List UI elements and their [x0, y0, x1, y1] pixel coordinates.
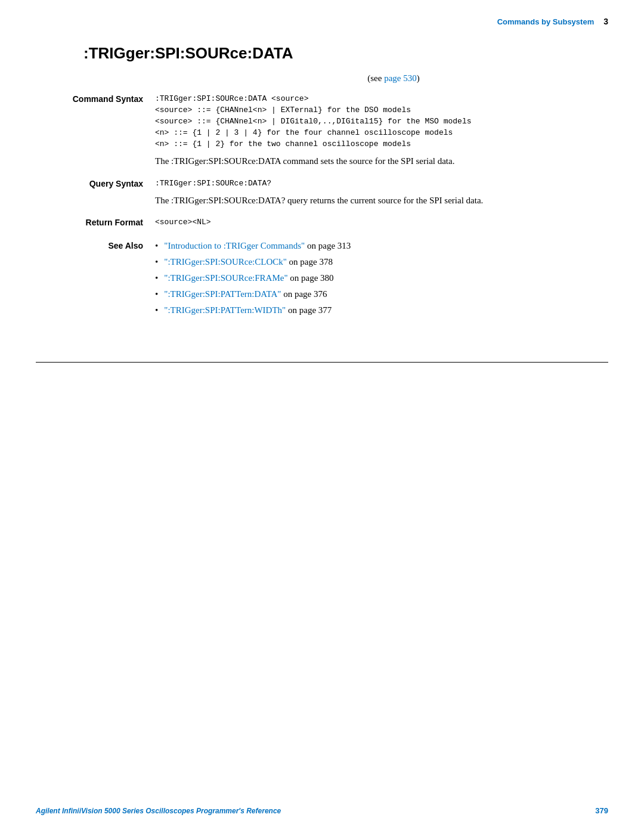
list-item: • ":TRIGger:SPI:SOURce:CLOCk" on page 37… — [155, 256, 351, 268]
bullet-icon: • — [155, 304, 158, 317]
see-also-list: • "Introduction to :TRIGger Commands" on… — [155, 240, 351, 317]
page-footer: Agilent InfiniiVision 5000 Series Oscill… — [0, 806, 644, 815]
see-also-suffix-4: on page 376 — [281, 289, 327, 299]
list-item: • ":TRIGger:SPI:PATTern:DATA" on page 37… — [155, 288, 351, 301]
list-item: • "Introduction to :TRIGger Commands" on… — [155, 240, 351, 252]
bullet-icon: • — [155, 256, 158, 268]
header-page-num: 3 — [603, 17, 608, 26]
see-also-content: • "Introduction to :TRIGger Commands" on… — [155, 240, 351, 320]
footer-divider — [36, 362, 608, 363]
list-item: • ":TRIGger:SPI:PATTern:WIDTh" on page 3… — [155, 304, 351, 317]
query-syntax-description: The :TRIGger:SPI:SOURce:DATA? query retu… — [155, 194, 608, 208]
query-syntax-content: :TRIGger:SPI:SOURce:DATA? The :TRIGger:S… — [155, 179, 608, 208]
footer-page-number: 379 — [595, 806, 608, 815]
see-also-suffix-1: on page 313 — [305, 241, 351, 250]
command-syntax-label: Command Syntax — [36, 94, 155, 168]
query-syntax-line: :TRIGger:SPI:SOURce:DATA? — [155, 179, 608, 188]
return-format-section: Return Format <source><NL> — [36, 218, 608, 229]
see-also-suffix-5: on page 377 — [286, 305, 332, 315]
return-format-content: <source><NL> — [155, 218, 608, 229]
see-also-link-1[interactable]: "Introduction to :TRIGger Commands" — [164, 241, 305, 250]
footer-left-text: Agilent InfiniiVision 5000 Series Oscill… — [36, 807, 281, 815]
see-also-label: See Also — [36, 240, 155, 320]
bullet-icon: • — [155, 288, 158, 301]
page: Commands by Subsystem 3 :TRIGger:SPI:SOU… — [0, 0, 644, 833]
see-also-suffix-2: on page 378 — [287, 257, 333, 267]
see-page-ref: (see page 530) — [179, 73, 608, 83]
see-also-item-5: ":TRIGger:SPI:PATTern:WIDTh" on page 377 — [164, 304, 332, 317]
command-syntax-content: :TRIGger:SPI:SOURce:DATA <source> <sourc… — [155, 94, 608, 168]
see-also-link-5[interactable]: ":TRIGger:SPI:PATTern:WIDTh" — [164, 305, 286, 315]
page-header: Commands by Subsystem 3 — [0, 0, 644, 32]
header-right: Commands by Subsystem 3 — [497, 17, 608, 26]
page-title: :TRIGger:SPI:SOURce:DATA — [83, 44, 608, 63]
see-also-item-4: ":TRIGger:SPI:PATTern:DATA" on page 376 — [164, 288, 327, 301]
list-item: • ":TRIGger:SPI:SOURce:FRAMe" on page 38… — [155, 272, 351, 284]
command-syntax-description: The :TRIGger:SPI:SOURce:DATA command set… — [155, 154, 608, 168]
command-syntax-line-2: <source> ::= {CHANnel<n> | EXTernal} for… — [155, 106, 608, 114]
command-syntax-line-4: <n> ::= {1 | 2 | 3 | 4} for the four cha… — [155, 128, 608, 137]
command-syntax-line-1: :TRIGger:SPI:SOURce:DATA <source> — [155, 94, 608, 103]
see-also-section: See Also • "Introduction to :TRIGger Com… — [36, 240, 608, 320]
see-also-item-3: ":TRIGger:SPI:SOURce:FRAMe" on page 380 — [164, 272, 333, 284]
see-also-item-1: "Introduction to :TRIGger Commands" on p… — [164, 240, 351, 252]
see-also-link-4[interactable]: ":TRIGger:SPI:PATTern:DATA" — [164, 289, 281, 299]
command-syntax-section: Command Syntax :TRIGger:SPI:SOURce:DATA … — [36, 94, 608, 168]
return-format-label: Return Format — [36, 218, 155, 229]
bullet-icon: • — [155, 272, 158, 284]
see-page-link[interactable]: page 530 — [384, 73, 417, 83]
command-syntax-line-3: <source> ::= {CHANnel<n> | DIGital0,..,D… — [155, 117, 608, 126]
query-syntax-section: Query Syntax :TRIGger:SPI:SOURce:DATA? T… — [36, 179, 608, 208]
see-also-suffix-3: on page 380 — [288, 273, 334, 283]
return-format-value: <source><NL> — [155, 218, 608, 227]
header-section-title: Commands by Subsystem — [497, 17, 595, 26]
see-also-link-3[interactable]: ":TRIGger:SPI:SOURce:FRAMe" — [164, 273, 287, 283]
command-syntax-line-5: <n> ::= {1 | 2} for the two channel osci… — [155, 140, 608, 148]
query-syntax-label: Query Syntax — [36, 179, 155, 208]
see-also-link-2[interactable]: ":TRIGger:SPI:SOURce:CLOCk" — [164, 257, 287, 267]
main-content: :TRIGger:SPI:SOURce:DATA (see page 530) … — [0, 32, 644, 362]
bullet-icon: • — [155, 240, 158, 252]
see-also-item-2: ":TRIGger:SPI:SOURce:CLOCk" on page 378 — [164, 256, 333, 268]
